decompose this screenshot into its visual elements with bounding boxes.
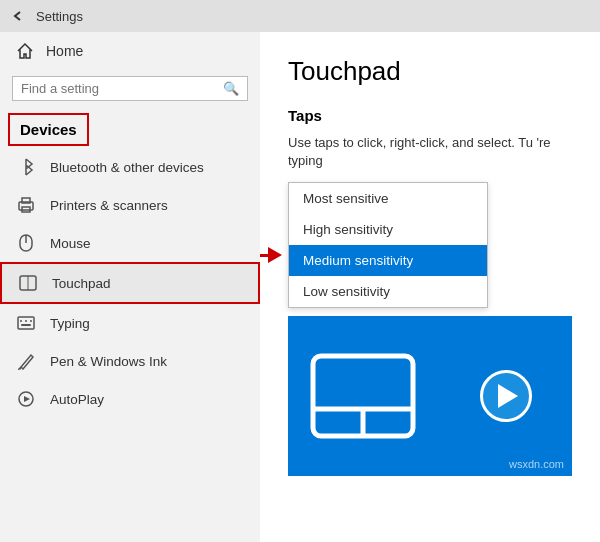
svg-marker-13: [24, 396, 30, 402]
svg-rect-7: [18, 317, 34, 329]
play-icon: [498, 384, 518, 408]
option-low-sensitivity[interactable]: Low sensitivity: [289, 276, 487, 307]
red-arrow: [260, 247, 282, 263]
sensitivity-dropdown-wrapper: Most sensitive High sensitivity Medium s…: [288, 182, 488, 308]
bluetooth-icon: [16, 157, 36, 177]
typing-icon: [16, 313, 36, 333]
typing-label: Typing: [50, 316, 90, 331]
sidebar-item-pen[interactable]: Pen & Windows Ink: [0, 342, 260, 380]
titlebar-title: Settings: [36, 9, 83, 24]
home-icon: [16, 42, 34, 60]
play-button[interactable]: [480, 370, 532, 422]
sidebar-item-home[interactable]: Home: [0, 32, 260, 70]
sidebar-item-typing[interactable]: Typing: [0, 304, 260, 342]
autoplay-label: AutoPlay: [50, 392, 104, 407]
printer-icon: [16, 195, 36, 215]
back-button[interactable]: [8, 6, 28, 26]
arrow-head: [268, 247, 282, 263]
mouse-label: Mouse: [50, 236, 91, 251]
touchpad-icon: [18, 273, 38, 293]
main-layout: Home 🔍 Devices Bluetooth & other devices: [0, 32, 600, 542]
bluetooth-label: Bluetooth & other devices: [50, 160, 204, 175]
sidebar-item-printers[interactable]: Printers & scanners: [0, 186, 260, 224]
watermark: wsxdn.com: [509, 458, 564, 470]
home-label: Home: [46, 43, 83, 59]
sidebar-item-autoplay[interactable]: AutoPlay: [0, 380, 260, 418]
autoplay-icon: [16, 389, 36, 409]
search-box[interactable]: 🔍: [12, 76, 248, 101]
sidebar-item-mouse[interactable]: Mouse: [0, 224, 260, 262]
search-icon: 🔍: [223, 81, 239, 96]
sensitivity-dropdown[interactable]: Most sensitive High sensitivity Medium s…: [288, 182, 488, 308]
svg-rect-1: [22, 198, 30, 203]
search-input[interactable]: [21, 81, 217, 96]
page-title: Touchpad: [288, 56, 572, 87]
mouse-icon: [16, 233, 36, 253]
sidebar: Home 🔍 Devices Bluetooth & other devices: [0, 32, 260, 542]
taps-description: Use taps to click, right-click, and sele…: [288, 134, 572, 170]
printers-label: Printers & scanners: [50, 198, 168, 213]
touchpad-label: Touchpad: [52, 276, 111, 291]
pen-label: Pen & Windows Ink: [50, 354, 167, 369]
video-thumbnail[interactable]: wsxdn.com: [288, 316, 572, 476]
pen-icon: [16, 351, 36, 371]
content-area: Touchpad Taps Use taps to click, right-c…: [260, 32, 600, 542]
arrow-line: [260, 254, 268, 257]
taps-section-title: Taps: [288, 107, 572, 124]
devices-label: Devices: [20, 121, 77, 138]
titlebar: Settings: [0, 0, 600, 32]
sidebar-item-bluetooth[interactable]: Bluetooth & other devices: [0, 148, 260, 186]
option-most-sensitive[interactable]: Most sensitive: [289, 183, 487, 214]
option-medium-sensitivity[interactable]: Medium sensitivity: [289, 245, 487, 276]
sidebar-item-touchpad[interactable]: Touchpad: [0, 262, 260, 304]
option-high-sensitivity[interactable]: High sensitivity: [289, 214, 487, 245]
nav-list: Bluetooth & other devices Printers & sca…: [0, 148, 260, 418]
touchpad-illustration: [308, 351, 418, 441]
